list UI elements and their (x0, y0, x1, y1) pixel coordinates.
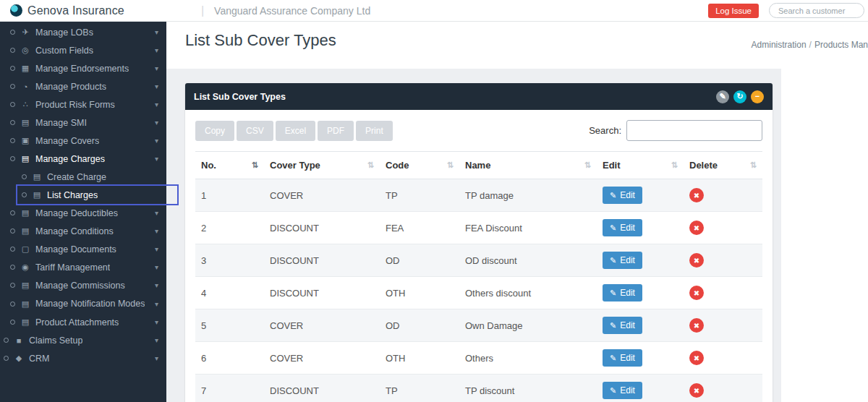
menu-item-icon: ▤ (32, 172, 42, 181)
sidebar-item-product-attachments[interactable]: ▤ Product Attachments ▾ (0, 313, 166, 331)
pencil-icon: ✎ (610, 386, 616, 395)
table-body: 1 COVER TP TP damage ✎ Edit ✖ 2 DISCOUNT… (195, 179, 762, 402)
menu-item-icon: ▣ (20, 136, 30, 145)
sidebar-item-manage-notification-modes[interactable]: ▤ Manage Notification Modes ▾ (0, 294, 166, 313)
chevron-down-icon: ▾ (155, 245, 162, 253)
edit-button[interactable]: ✎ Edit (603, 219, 642, 236)
sidebar-item-manage-conditions[interactable]: ▤ Manage Conditions ▾ (0, 222, 166, 240)
column-header-delete[interactable]: ⇅Delete (684, 152, 762, 179)
menu-item-icon: ▤ (20, 299, 30, 309)
delete-button[interactable]: ✖ (689, 351, 704, 365)
sidebar-item-crm[interactable]: ◆ CRM ▾ (0, 349, 166, 367)
content-area: List Sub Cover Types ✎ ↻ − CopyCSVExcelP… (166, 69, 781, 402)
table-row: 3 DISCOUNT OD OD discount ✎ Edit ✖ (195, 244, 762, 277)
sidebar-item-manage-lobs[interactable]: ✈ Manage LOBs ▾ (0, 23, 166, 41)
chevron-down-icon: ▾ (155, 46, 162, 54)
screen: Genova Insurance | Vanguard Assurance Co… (0, 0, 868, 402)
sidebar-item-manage-products[interactable]: ◔ Manage Products ▾ (0, 77, 166, 95)
panel-edit-icon[interactable]: ✎ (716, 90, 729, 103)
sort-icon: ⇅ (750, 161, 757, 170)
sidebar-item-label: Manage Deductibles (35, 208, 118, 218)
sidebar-item-label: Product Attachments (35, 317, 119, 328)
brand[interactable]: Genova Insurance (10, 4, 124, 17)
edit-button[interactable]: ✎ Edit (603, 252, 642, 269)
sidebar-item-label: Claims Setup (29, 335, 82, 346)
chevron-down-icon: ▾ (155, 137, 162, 145)
sidebar-item-create-charge[interactable]: ▤ Create Charge (0, 168, 166, 186)
edit-button-label: Edit (620, 255, 635, 265)
edit-button-label: Edit (620, 385, 635, 395)
delete-button[interactable]: ✖ (689, 253, 704, 268)
table-controls: CopyCSVExcelPDFPrint Search: (195, 120, 762, 141)
panel-refresh-icon[interactable]: ↻ (733, 90, 746, 103)
column-header-code[interactable]: ⇅Code (380, 152, 459, 179)
sidebar-item-manage-deductibles[interactable]: ▤ Manage Deductibles ▾ (0, 204, 166, 222)
header-right: Log Issue (708, 3, 868, 18)
bullet-icon (10, 66, 15, 71)
sidebar-item-custom-fields[interactable]: ◎ Custom Fields ▾ (0, 41, 166, 59)
column-header-cover-type[interactable]: ⇅Cover Type (264, 152, 380, 179)
sidebar-item-manage-commissions[interactable]: ▤ Manage Commissions ▾ (0, 276, 166, 294)
column-header-edit[interactable]: ⇅Edit (597, 152, 684, 179)
table-search-input[interactable] (626, 120, 762, 141)
menu-item-icon: ◉ (20, 262, 30, 272)
cell-cover-type: DISCOUNT (264, 375, 380, 402)
sidebar-item-manage-charges[interactable]: ▤ Manage Charges ▾ (0, 150, 166, 168)
pencil-icon: ✎ (610, 256, 616, 265)
print-export-button[interactable]: Print (356, 121, 393, 141)
column-header-label: Edit (603, 160, 621, 171)
bullet-icon (4, 356, 9, 361)
table-row: 4 DISCOUNT OTH Others discount ✎ Edit ✖ (195, 277, 762, 309)
sidebar-item-label: Custom Fields (35, 46, 93, 56)
delete-button[interactable]: ✖ (689, 221, 704, 235)
delete-button[interactable]: ✖ (689, 286, 704, 300)
table-search-label: Search: (589, 125, 621, 136)
bullet-icon (22, 174, 27, 179)
cell-name: FEA Discount (459, 212, 597, 244)
column-header-label: Delete (689, 160, 718, 171)
edit-button[interactable]: ✎ Edit (603, 187, 642, 204)
brand-name: Genova Insurance (27, 4, 124, 17)
copy-export-button[interactable]: Copy (195, 121, 234, 141)
panel-collapse-icon[interactable]: − (751, 90, 764, 103)
excel-export-button[interactable]: Excel (276, 121, 315, 141)
sidebar-item-label: Manage Commissions (35, 281, 125, 291)
breadcrumb-section[interactable]: Administration (752, 40, 807, 50)
csv-export-button[interactable]: CSV (237, 121, 273, 141)
delete-button[interactable]: ✖ (689, 318, 704, 333)
breadcrumb: Administration/Products Man (752, 40, 868, 50)
column-header-name[interactable]: ⇅Name (459, 152, 597, 179)
customer-search-input[interactable] (769, 3, 864, 18)
cell-cover-type: COVER (264, 342, 380, 375)
edit-button-label: Edit (620, 288, 635, 298)
column-header-no[interactable]: ⇅No. (195, 152, 264, 179)
chevron-down-icon: ▾ (155, 336, 162, 344)
sidebar-item-product-risk-forms[interactable]: ∴ Product Risk Forms ▾ (0, 95, 166, 114)
sidebar-item-claims-setup[interactable]: ■ Claims Setup ▾ (0, 331, 166, 349)
sort-icon: ⇅ (447, 161, 454, 170)
cell-code: OTH (380, 277, 459, 309)
sidebar-item-manage-endorsements[interactable]: ▦ Manage Endorsements ▾ (0, 59, 166, 77)
table-search: Search: (589, 120, 762, 141)
sidebar-item-tariff-management[interactable]: ◉ Tariff Management ▾ (0, 258, 166, 276)
panel-body: CopyCSVExcelPDFPrint Search: ⇅No.⇅Cover … (185, 110, 773, 402)
sidebar: ✈ Manage LOBs ▾ ◎ Custom Fields ▾ ▦ Mana… (0, 22, 166, 402)
sidebar-item-label: Manage Endorsements (35, 64, 129, 74)
pdf-export-button[interactable]: PDF (318, 121, 354, 141)
sidebar-item-manage-documents[interactable]: ▢ Manage Documents ▾ (0, 240, 166, 258)
sidebar-item-manage-smi[interactable]: ▤ Manage SMI ▾ (0, 114, 166, 132)
delete-button[interactable]: ✖ (689, 188, 704, 202)
edit-button[interactable]: ✎ Edit (603, 284, 642, 302)
cell-code: TP (380, 375, 459, 402)
chevron-down-icon: ▾ (155, 100, 162, 108)
cell-cover-type: DISCOUNT (264, 277, 380, 309)
delete-button[interactable]: ✖ (689, 383, 704, 398)
sidebar-item-list-charges[interactable]: ▤ List Charges (0, 186, 166, 204)
sidebar-item-manage-covers[interactable]: ▣ Manage Covers ▾ (0, 132, 166, 150)
edit-button[interactable]: ✎ Edit (603, 317, 642, 334)
log-issue-button[interactable]: Log Issue (708, 4, 759, 18)
edit-button[interactable]: ✎ Edit (603, 382, 642, 399)
menu-item-icon: ▤ (20, 281, 30, 290)
edit-button[interactable]: ✎ Edit (603, 349, 642, 367)
table-header-row: ⇅No.⇅Cover Type⇅Code⇅Name⇅Edit⇅Delete (195, 152, 762, 179)
